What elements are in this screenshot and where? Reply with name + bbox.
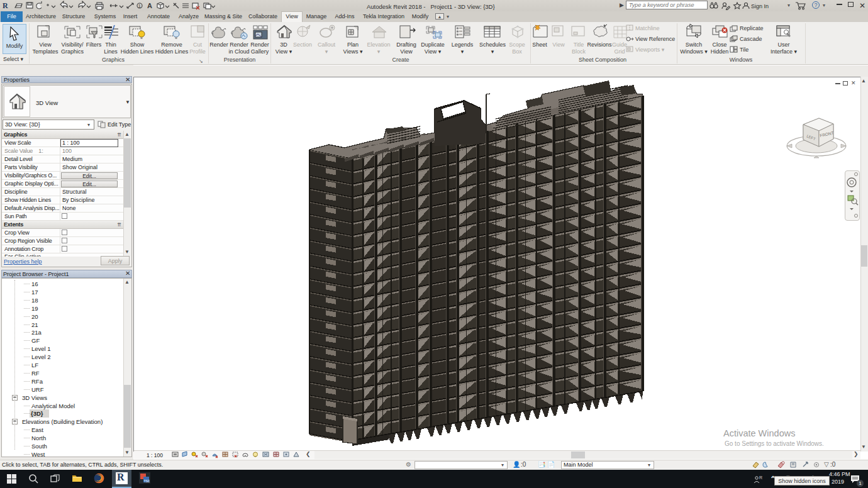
svg-text:A: A bbox=[147, 2, 152, 9]
svg-text:1: 1 bbox=[138, 3, 142, 9]
svg-text:R: R bbox=[759, 475, 762, 480]
svg-text:TSD: TSD bbox=[144, 479, 150, 483]
